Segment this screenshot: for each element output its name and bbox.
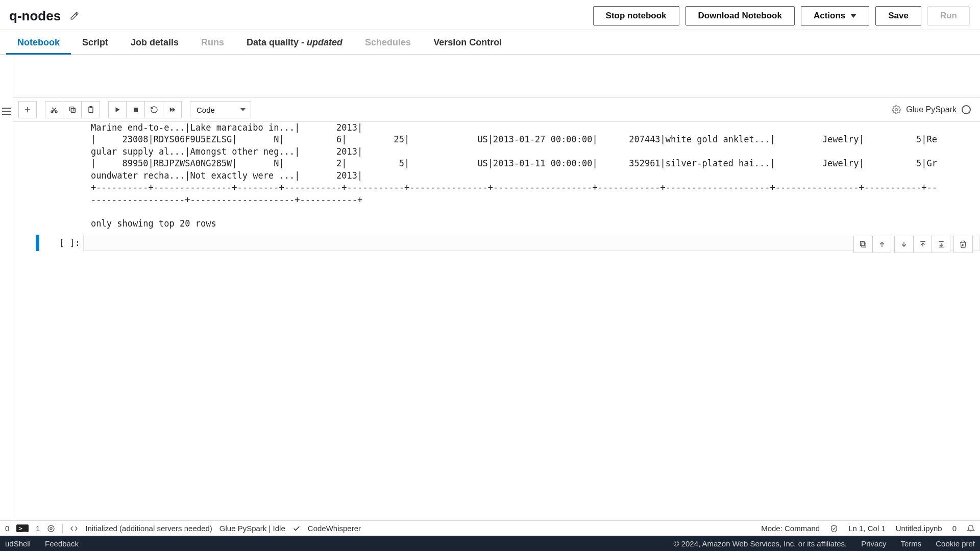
- add-cell-button[interactable]: [18, 101, 37, 118]
- stop-notebook-button[interactable]: Stop notebook: [593, 6, 679, 26]
- status-notif-count[interactable]: 0: [952, 524, 957, 533]
- move-up-button[interactable]: [872, 236, 891, 253]
- stop-kernel-button[interactable]: [127, 101, 145, 118]
- check-icon: [292, 524, 301, 533]
- restart-kernel-button[interactable]: [145, 101, 163, 118]
- status-initialized[interactable]: Initialized (additional servers needed): [85, 524, 212, 533]
- status-zero[interactable]: 0: [5, 524, 9, 533]
- download-notebook-button[interactable]: Download Notebook: [685, 6, 795, 26]
- svg-rect-16: [861, 242, 865, 246]
- cell-output: Marine end-to-e...|Lake maracaibo in...|…: [13, 122, 980, 230]
- status-one[interactable]: 1: [36, 524, 40, 533]
- svg-point-24: [50, 528, 52, 530]
- cell-type-select[interactable]: Code: [190, 101, 251, 118]
- cell-prompt: [ ]:: [39, 235, 83, 251]
- terminal-icon[interactable]: >_: [16, 524, 29, 532]
- status-codewhisperer[interactable]: CodeWhisperer: [308, 524, 361, 533]
- settings-icon[interactable]: [47, 524, 55, 533]
- footer-copyright: © 2024, Amazon Web Services, Inc. or its…: [673, 539, 847, 548]
- move-down-button[interactable]: [895, 236, 913, 253]
- insert-above-button[interactable]: [913, 236, 932, 253]
- kernel-name: Glue PySpark: [906, 105, 957, 114]
- svg-rect-7: [69, 107, 74, 111]
- tab-job-details[interactable]: Job details: [119, 30, 190, 54]
- footer-terms[interactable]: Terms: [900, 539, 921, 548]
- svg-marker-10: [116, 107, 120, 112]
- paste-button[interactable]: [82, 101, 100, 118]
- svg-marker-12: [169, 107, 172, 112]
- copy-button[interactable]: [63, 101, 82, 118]
- tab-notebook[interactable]: Notebook: [6, 30, 71, 54]
- lsp-icon: [70, 524, 78, 533]
- status-bar: 0 >_ 1 Initialized (additional servers n…: [0, 520, 980, 536]
- svg-rect-6: [71, 108, 75, 112]
- footer-cookie[interactable]: Cookie pref: [936, 539, 975, 548]
- tab-data-quality[interactable]: Data quality - updated: [235, 30, 354, 54]
- tab-version-control[interactable]: Version Control: [422, 30, 513, 54]
- cell-tools: [853, 236, 973, 253]
- footer-privacy[interactable]: Privacy: [861, 539, 886, 548]
- svg-rect-15: [862, 243, 866, 247]
- notebook-toolbar: Code Glue PySpark: [13, 97, 980, 122]
- svg-rect-11: [134, 108, 138, 112]
- left-rail: [0, 55, 13, 520]
- footer-cloudshell[interactable]: udShell: [5, 539, 31, 548]
- delete-cell-button[interactable]: [954, 236, 972, 253]
- actions-button[interactable]: Actions: [801, 6, 869, 26]
- kernel-indicator[interactable]: Glue PySpark: [892, 105, 975, 114]
- actions-label: Actions: [814, 11, 845, 21]
- status-mode[interactable]: Mode: Command: [761, 524, 820, 533]
- tab-runs: Runs: [190, 30, 235, 54]
- status-position[interactable]: Ln 1, Col 1: [848, 524, 886, 533]
- menu-icon[interactable]: [2, 108, 11, 115]
- save-button[interactable]: Save: [875, 6, 921, 26]
- cut-button[interactable]: [45, 101, 63, 118]
- insert-below-button[interactable]: [932, 236, 950, 253]
- gear-icon: [892, 105, 901, 114]
- status-kernel[interactable]: Glue PySpark | Idle: [219, 524, 285, 533]
- header: q-nodes Stop notebook Download Notebook …: [0, 0, 980, 30]
- tab-script[interactable]: Script: [71, 30, 119, 54]
- svg-marker-13: [173, 107, 175, 112]
- tab-schedules: Schedules: [354, 30, 422, 54]
- run-all-button[interactable]: [163, 101, 182, 118]
- cell-input[interactable]: [83, 235, 980, 251]
- duplicate-cell-button[interactable]: [854, 236, 872, 253]
- kernel-status-icon: [962, 105, 971, 114]
- chevron-down-icon: [850, 14, 856, 18]
- status-filename[interactable]: Untitled.ipynb: [896, 524, 942, 533]
- run-cell-button[interactable]: [108, 101, 127, 118]
- page-title: q-nodes: [9, 8, 61, 24]
- notebook-body[interactable]: Marine end-to-e...|Lake maracaibo in...|…: [13, 122, 980, 520]
- notebook-container: Code Glue PySpark Marine end-to-e...|Lak…: [0, 55, 980, 520]
- edit-icon[interactable]: [70, 11, 79, 20]
- cell-active-bar: [36, 235, 39, 251]
- footer: udShell Feedback © 2024, Amazon Web Serv…: [0, 536, 980, 551]
- bell-icon[interactable]: [967, 524, 975, 533]
- run-button: Run: [927, 6, 970, 26]
- svg-point-14: [895, 109, 898, 111]
- tabs: Notebook Script Job details Runs Data qu…: [0, 30, 980, 55]
- footer-feedback[interactable]: Feedback: [45, 539, 79, 548]
- code-cell[interactable]: [ ]:: [13, 235, 980, 251]
- svg-point-25: [48, 525, 54, 532]
- trust-icon[interactable]: [830, 524, 838, 533]
